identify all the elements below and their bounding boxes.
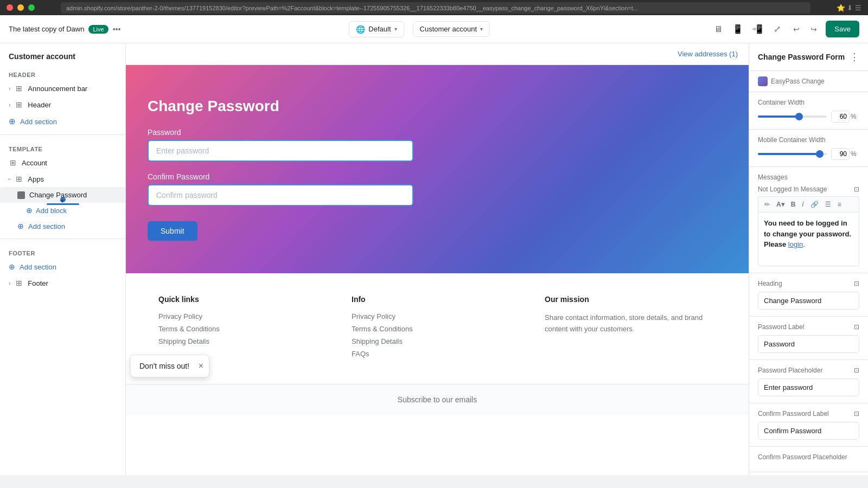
footer-columns: Quick links Privacy Policy Terms & Condi… <box>158 295 716 362</box>
mobile-width-input[interactable] <box>831 148 850 160</box>
browser-minimize[interactable] <box>17 4 24 11</box>
plus-icon-2: ⊕ <box>26 206 33 215</box>
live-badge: Live <box>88 25 108 34</box>
toolbar-link-button[interactable]: 🔗 <box>808 199 821 210</box>
browser-maximize[interactable] <box>28 4 35 11</box>
grid-icon-2: ⊞ <box>15 100 23 109</box>
toolbar-bold-button[interactable]: B <box>788 199 799 210</box>
container-width-value: % <box>831 111 859 123</box>
easypass-label: EasyPass Change <box>749 71 868 92</box>
heading-label: Heading <box>758 280 782 287</box>
mobile-container-width-section: Mobile Container Width % <box>749 130 868 167</box>
footer-info-terms[interactable]: Terms & Conditions <box>352 325 523 333</box>
browser-close[interactable] <box>7 4 13 11</box>
sidebar-item-apps[interactable]: › ⊞ Apps <box>0 171 125 187</box>
confirm-password-form-group: Confirm Password <box>148 172 727 206</box>
sidebar-item-announcement-bar[interactable]: › ⊞ Announcement bar <box>0 80 125 97</box>
undo-button[interactable]: ↩ <box>789 22 804 37</box>
footer-link-shipping[interactable]: Shipping Details <box>158 337 330 345</box>
panel-more-button[interactable]: ⋮ <box>850 51 859 63</box>
dropdown-chevron: ▾ <box>394 26 397 32</box>
right-panel: Change Password Form ⋮ EasyPass Change C… <box>749 43 868 475</box>
default-dropdown[interactable]: 🌐 Default ▾ <box>349 21 404 37</box>
info-title: Info <box>352 295 523 304</box>
sidebar-add-section-1[interactable]: ⊕ Add section <box>0 113 125 130</box>
toast-notification: Don't miss out! × <box>130 355 209 377</box>
sidebar-footer-add-section[interactable]: ⊕ Add section <box>0 259 125 275</box>
toolbar-pen-button[interactable]: ✏ <box>762 199 773 210</box>
chevron-down-icon: › <box>7 178 12 179</box>
heading-icon: ⊡ <box>854 280 859 287</box>
confirm-password-label-icon: ⊡ <box>854 410 859 418</box>
more-options-button[interactable]: ••• <box>113 25 121 34</box>
confirm-password-label-section: Confirm Password Label ⊡ <box>749 403 868 447</box>
sidebar-item-header[interactable]: › ⊞ Header <box>0 97 125 113</box>
password-placeholder-label: Password Placeholder <box>758 367 822 374</box>
password-label-icon: ⊡ <box>854 323 859 331</box>
sidebar-header-label: Header <box>0 65 125 80</box>
toolbar-font-button[interactable]: A▾ <box>774 199 787 210</box>
toolbar-list-button[interactable]: ☰ <box>822 199 834 210</box>
toolbar-italic-button[interactable]: I <box>799 199 806 210</box>
info-column: Info Privacy Policy Terms & Conditions S… <box>352 295 523 362</box>
confirm-password-label: Confirm Password <box>148 172 727 181</box>
sidebar-item-change-password[interactable]: Change Password + <box>0 187 125 203</box>
container-width-slider-row: % <box>758 111 859 123</box>
remove-block-button[interactable]: 🗑 Remove block <box>749 472 868 475</box>
container-width-section: Container Width % <box>749 92 868 130</box>
mobile-width-fill <box>758 153 820 155</box>
redo-button[interactable]: ↪ <box>806 22 821 37</box>
footer-info-privacy[interactable]: Privacy Policy <box>352 312 523 320</box>
not-logged-in-icon: ⊡ <box>854 185 859 193</box>
view-addresses-bar: View addresses (1) <box>126 43 749 65</box>
quick-links-column: Quick links Privacy Policy Terms & Condi… <box>158 295 330 362</box>
heading-section: Heading ⊡ <box>749 273 868 317</box>
footer-section: Quick links Privacy Policy Terms & Condi… <box>126 273 749 384</box>
save-button[interactable]: Save <box>826 21 859 37</box>
mobile-view-button[interactable]: 📲 <box>750 22 765 37</box>
change-password-icon <box>17 191 25 199</box>
rich-text-content[interactable]: You need to be logged in to change your … <box>758 212 859 266</box>
password-label-input[interactable] <box>758 335 859 353</box>
container-width-thumb[interactable] <box>795 113 803 120</box>
password-input[interactable] <box>148 140 413 162</box>
rich-text-toolbar[interactable]: ✏ A▾ B I 🔗 ☰ ≡ <box>758 196 859 212</box>
toolbar-ordered-list-button[interactable]: ≡ <box>835 199 844 210</box>
plus-icon-3: ⊕ <box>17 222 24 230</box>
sidebar-item-account[interactable]: ⊞ Account <box>0 155 125 171</box>
confirm-password-label-input[interactable] <box>758 422 859 440</box>
mobile-width-thumb[interactable] <box>816 150 824 158</box>
browser-menu-icons: ⭐ ⬇ ☰ <box>837 4 861 12</box>
toast-close-button[interactable]: × <box>199 361 203 371</box>
submit-button[interactable]: Submit <box>148 221 197 241</box>
confirm-password-input[interactable] <box>148 184 413 206</box>
password-placeholder-icon: ⊡ <box>854 367 859 374</box>
container-width-track <box>758 115 827 118</box>
sidebar-footer-label: Footer <box>0 243 125 259</box>
customer-account-dropdown[interactable]: Customer account ▾ <box>413 21 490 37</box>
container-width-input[interactable] <box>831 111 850 123</box>
footer-link-privacy[interactable]: Privacy Policy <box>158 312 330 320</box>
mission-column: Our mission Share contact information, s… <box>545 295 716 362</box>
mobile-container-width-label: Mobile Container Width <box>758 136 826 144</box>
footer-info-faqs[interactable]: FAQs <box>352 350 523 358</box>
confirm-password-label-label: Confirm Password Label <box>758 410 829 418</box>
sidebar-item-footer[interactable]: › ⊞ Footer <box>0 275 125 291</box>
desktop-view-button[interactable]: 🖥 <box>711 22 726 37</box>
sidebar-add-block[interactable]: ⊕ Add block <box>0 203 125 218</box>
url-bar: admin.shopify.com/store/panther-2-0/them… <box>66 5 638 11</box>
footer-info-shipping[interactable]: Shipping Details <box>352 337 523 345</box>
tablet-view-button[interactable]: 📱 <box>730 22 745 37</box>
sidebar-add-section-2[interactable]: ⊕ Add section <box>0 218 125 234</box>
heading-input[interactable] <box>758 292 859 310</box>
password-placeholder-input[interactable] <box>758 378 859 396</box>
rich-text-login-link[interactable]: login <box>788 240 803 248</box>
quick-links-title: Quick links <box>158 295 330 304</box>
expand-view-button[interactable]: ⤢ <box>769 22 784 37</box>
footer-link-terms[interactable]: Terms & Conditions <box>158 325 330 333</box>
view-addresses-link[interactable]: View addresses (1) <box>678 50 738 58</box>
dropdown-chevron-2: ▾ <box>480 26 483 32</box>
mobile-width-track <box>758 153 827 155</box>
grid-icon-3: ⊞ <box>9 158 17 167</box>
sidebar-page-title: Customer account <box>0 43 125 65</box>
